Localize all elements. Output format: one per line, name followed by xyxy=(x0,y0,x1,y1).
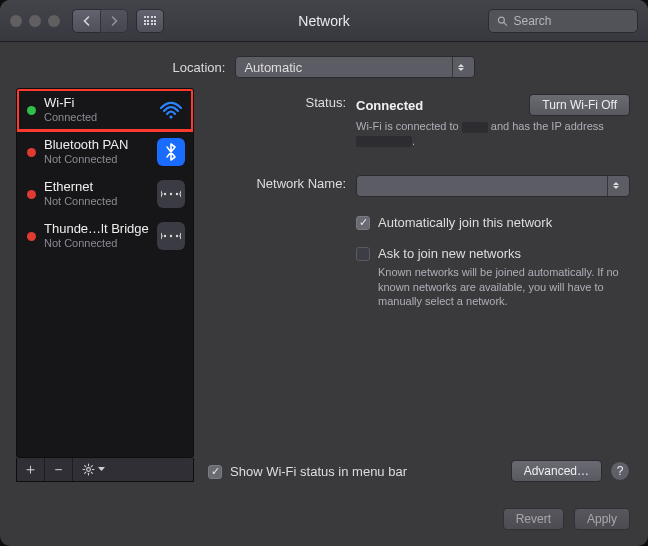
redacted-ssid xyxy=(462,122,488,133)
status-label: Status: xyxy=(208,94,346,149)
sidebar-item-name: Bluetooth PAN xyxy=(44,138,128,153)
apply-button[interactable]: Apply xyxy=(574,508,630,530)
svg-line-15 xyxy=(91,472,92,473)
sidebar-item-sub: Not Connected xyxy=(44,237,149,250)
panel-footer: Show Wi-Fi status in menu bar Advanced… … xyxy=(208,460,630,482)
wifi-icon xyxy=(157,96,185,124)
checkbox-icon xyxy=(356,216,370,230)
sidebar-item-bluetooth-pan[interactable]: Bluetooth PAN Not Connected xyxy=(17,131,193,173)
sidebar-item-wifi[interactable]: Wi-Fi Connected xyxy=(17,89,193,131)
network-name-row: Network Name: xyxy=(208,175,630,197)
auto-join-label: Automatically join this network xyxy=(378,215,552,230)
forward-button[interactable] xyxy=(100,9,128,33)
grid-icon xyxy=(144,16,157,25)
stepper-icon xyxy=(452,57,468,77)
sidebar-item-texts: Ethernet Not Connected xyxy=(44,180,117,208)
bluetooth-icon xyxy=(157,138,185,166)
search-field[interactable] xyxy=(488,9,638,33)
body: Wi-Fi Connected Bluetooth PAN Not Connec… xyxy=(0,88,648,498)
checkbox-icon xyxy=(356,247,370,261)
sidebar-column: Wi-Fi Connected Bluetooth PAN Not Connec… xyxy=(16,88,194,482)
auto-join-checkbox[interactable]: Automatically join this network xyxy=(356,215,630,230)
checkbox-icon xyxy=(208,465,222,479)
svg-point-2 xyxy=(169,115,172,118)
sidebar-item-sub: Not Connected xyxy=(44,153,128,166)
svg-point-8 xyxy=(176,235,178,237)
sidebar-item-name: Ethernet xyxy=(44,180,117,195)
back-button[interactable] xyxy=(72,9,100,33)
location-label: Location: xyxy=(173,60,226,75)
detail-panel: Status: Connected Turn Wi-Fi Off Wi-Fi i… xyxy=(208,88,630,482)
sidebar-item-ethernet[interactable]: Ethernet Not Connected xyxy=(17,173,193,215)
status-dot xyxy=(27,232,36,241)
sidebar-item-sub: Not Connected xyxy=(44,195,117,208)
sidebar-tools: ＋ － xyxy=(16,458,194,482)
sidebar-item-texts: Bluetooth PAN Not Connected xyxy=(44,138,128,166)
sidebar-item-sub: Connected xyxy=(44,111,97,124)
location-row: Location: Automatic xyxy=(0,42,648,88)
svg-line-17 xyxy=(91,466,92,467)
sidebar-item-thunderbolt-bridge[interactable]: Thunde…lt Bridge Not Connected xyxy=(17,215,193,257)
advanced-button[interactable]: Advanced… xyxy=(511,460,602,482)
status-row: Status: Connected Turn Wi-Fi Off Wi-Fi i… xyxy=(208,94,630,149)
svg-point-4 xyxy=(170,193,172,195)
ask-join-checkbox[interactable]: Ask to join new networks xyxy=(356,246,630,261)
window-controls xyxy=(10,15,60,27)
gear-icon xyxy=(82,463,95,476)
stepper-icon xyxy=(607,176,623,196)
svg-point-5 xyxy=(176,193,178,195)
status-dot xyxy=(27,148,36,157)
svg-point-3 xyxy=(164,193,166,195)
services-list: Wi-Fi Connected Bluetooth PAN Not Connec… xyxy=(16,88,194,458)
ask-join-hint: Known networks will be joined automatica… xyxy=(378,265,630,310)
help-button[interactable]: ? xyxy=(610,461,630,481)
redacted-ip xyxy=(356,136,412,147)
network-name-label: Network Name: xyxy=(208,175,346,197)
show-all-button[interactable] xyxy=(136,9,164,33)
service-actions-button[interactable] xyxy=(73,458,113,481)
svg-line-14 xyxy=(84,466,85,467)
titlebar: Network xyxy=(0,0,648,42)
show-status-checkbox[interactable]: Show Wi-Fi status in menu bar xyxy=(208,464,407,479)
location-value: Automatic xyxy=(244,60,302,75)
ask-join-label: Ask to join new networks xyxy=(378,246,521,261)
svg-point-7 xyxy=(170,235,172,237)
auto-join-row: Automatically join this network xyxy=(208,215,630,230)
svg-point-9 xyxy=(86,468,90,472)
show-status-label: Show Wi-Fi status in menu bar xyxy=(230,464,407,479)
zoom-dot[interactable] xyxy=(48,15,60,27)
status-value: Connected xyxy=(356,98,423,113)
nav-back-forward xyxy=(72,9,128,33)
search-icon xyxy=(497,15,508,27)
network-prefpane-window: Network Location: Automatic Wi-Fi Connec… xyxy=(0,0,648,546)
minimize-dot[interactable] xyxy=(29,15,41,27)
thunderbolt-icon xyxy=(157,222,185,250)
search-input[interactable] xyxy=(514,14,630,28)
ask-join-row: Ask to join new networks Known networks … xyxy=(208,246,630,310)
bottom-actions: Revert Apply xyxy=(0,498,648,546)
chevron-down-icon xyxy=(98,467,105,472)
status-value-col: Connected Turn Wi-Fi Off Wi-Fi is connec… xyxy=(356,94,630,149)
svg-point-6 xyxy=(164,235,166,237)
location-select[interactable]: Automatic xyxy=(235,56,475,78)
status-hint: Wi-Fi is connected to and has the IP add… xyxy=(356,119,626,149)
revert-button[interactable]: Revert xyxy=(503,508,564,530)
remove-service-button[interactable]: － xyxy=(45,458,73,481)
sidebar-item-texts: Thunde…lt Bridge Not Connected xyxy=(44,222,149,250)
svg-line-16 xyxy=(84,472,85,473)
network-name-select[interactable] xyxy=(356,175,630,197)
sidebar-item-name: Thunde…lt Bridge xyxy=(44,222,149,237)
add-service-button[interactable]: ＋ xyxy=(17,458,45,481)
wifi-toggle-button[interactable]: Turn Wi-Fi Off xyxy=(529,94,630,116)
status-dot xyxy=(27,190,36,199)
sidebar-item-name: Wi-Fi xyxy=(44,96,97,111)
ethernet-icon xyxy=(157,180,185,208)
sidebar-item-texts: Wi-Fi Connected xyxy=(44,96,97,124)
status-dot xyxy=(27,106,36,115)
svg-line-1 xyxy=(504,22,507,25)
close-dot[interactable] xyxy=(10,15,22,27)
